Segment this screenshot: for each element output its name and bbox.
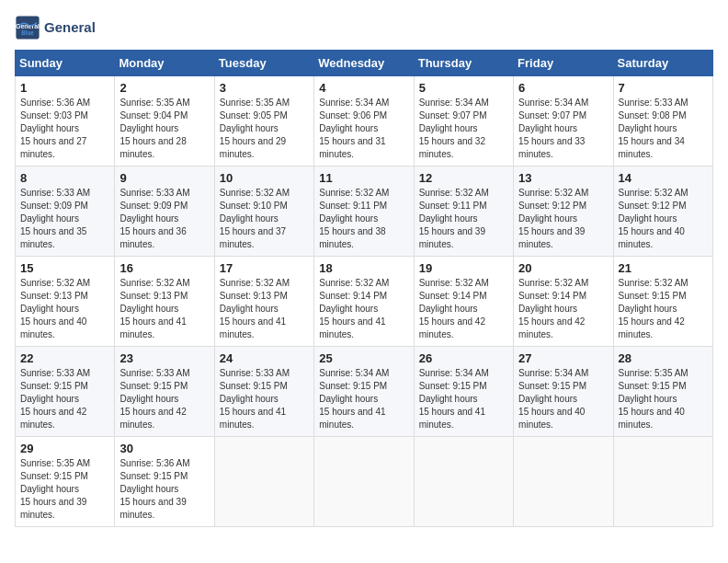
day-info: Sunrise: 5:35 AMSunset: 9:15 PMDaylight … xyxy=(20,457,109,522)
calendar-cell: 18Sunrise: 5:32 AMSunset: 9:14 PMDayligh… xyxy=(314,257,414,347)
day-header-sunday: Sunday xyxy=(16,51,115,76)
day-info: Sunrise: 5:36 AMSunset: 9:03 PMDaylight … xyxy=(20,97,109,161)
day-number: 7 xyxy=(619,81,708,95)
calendar-cell: 25Sunrise: 5:34 AMSunset: 9:15 PMDayligh… xyxy=(314,347,414,437)
day-number: 30 xyxy=(119,442,209,455)
day-number: 18 xyxy=(319,261,408,275)
calendar-cell: 22Sunrise: 5:33 AMSunset: 9:15 PMDayligh… xyxy=(16,347,115,437)
day-info: Sunrise: 5:32 AMSunset: 9:12 PMDaylight … xyxy=(619,187,708,251)
svg-text:Blue: Blue xyxy=(21,29,34,36)
day-info: Sunrise: 5:34 AMSunset: 9:07 PMDaylight … xyxy=(419,97,508,161)
day-header-friday: Friday xyxy=(514,51,613,76)
day-info: Sunrise: 5:35 AMSunset: 9:15 PMDaylight … xyxy=(619,367,708,431)
day-info: Sunrise: 5:32 AMSunset: 9:15 PMDaylight … xyxy=(619,277,708,341)
day-number: 17 xyxy=(220,261,309,275)
day-info: Sunrise: 5:34 AMSunset: 9:07 PMDaylight … xyxy=(518,97,608,161)
day-number: 1 xyxy=(20,81,109,95)
day-number: 16 xyxy=(119,261,209,275)
day-number: 29 xyxy=(20,442,109,455)
calendar-cell: 19Sunrise: 5:32 AMSunset: 9:14 PMDayligh… xyxy=(414,257,513,347)
day-number: 8 xyxy=(20,171,109,185)
day-info: Sunrise: 5:36 AMSunset: 9:15 PMDaylight … xyxy=(119,457,209,522)
day-number: 10 xyxy=(220,171,309,185)
calendar-week-1: 1Sunrise: 5:36 AMSunset: 9:03 PMDaylight… xyxy=(16,76,713,167)
calendar-cell: 29Sunrise: 5:35 AMSunset: 9:15 PMDayligh… xyxy=(16,437,115,527)
calendar-cell: 2Sunrise: 5:35 AMSunset: 9:04 PMDaylight… xyxy=(115,76,214,167)
day-info: Sunrise: 5:33 AMSunset: 9:15 PMDaylight … xyxy=(119,367,209,431)
day-number: 28 xyxy=(619,351,708,365)
day-number: 21 xyxy=(619,261,708,275)
day-number: 23 xyxy=(119,351,209,365)
calendar-cell: 17Sunrise: 5:32 AMSunset: 9:13 PMDayligh… xyxy=(214,257,313,347)
day-info: Sunrise: 5:32 AMSunset: 9:11 PMDaylight … xyxy=(319,187,408,251)
calendar-body: 1Sunrise: 5:36 AMSunset: 9:03 PMDaylight… xyxy=(16,76,713,527)
day-number: 6 xyxy=(518,81,608,95)
calendar-cell: 4Sunrise: 5:34 AMSunset: 9:06 PMDaylight… xyxy=(314,76,414,167)
day-info: Sunrise: 5:34 AMSunset: 9:15 PMDaylight … xyxy=(518,367,608,431)
calendar-cell: 7Sunrise: 5:33 AMSunset: 9:08 PMDaylight… xyxy=(613,76,712,167)
calendar-cell: 8Sunrise: 5:33 AMSunset: 9:09 PMDaylight… xyxy=(16,167,115,257)
day-header-monday: Monday xyxy=(115,51,214,76)
calendar-cell: 30Sunrise: 5:36 AMSunset: 9:15 PMDayligh… xyxy=(115,437,214,527)
day-number: 26 xyxy=(419,351,508,365)
calendar-cell: 11Sunrise: 5:32 AMSunset: 9:11 PMDayligh… xyxy=(314,167,414,257)
day-header-wednesday: Wednesday xyxy=(314,51,414,76)
day-number: 9 xyxy=(119,171,209,185)
calendar-week-2: 8Sunrise: 5:33 AMSunset: 9:09 PMDaylight… xyxy=(16,167,713,257)
day-header-thursday: Thursday xyxy=(414,51,513,76)
day-number: 4 xyxy=(319,81,408,95)
day-number: 27 xyxy=(518,351,608,365)
day-info: Sunrise: 5:33 AMSunset: 9:15 PMDaylight … xyxy=(20,367,109,431)
calendar-cell: 23Sunrise: 5:33 AMSunset: 9:15 PMDayligh… xyxy=(115,347,214,437)
day-info: Sunrise: 5:34 AMSunset: 9:15 PMDaylight … xyxy=(319,367,408,431)
day-info: Sunrise: 5:33 AMSunset: 9:09 PMDaylight … xyxy=(20,187,109,251)
day-info: Sunrise: 5:33 AMSunset: 9:08 PMDaylight … xyxy=(619,97,708,161)
calendar-cell xyxy=(214,437,313,527)
day-info: Sunrise: 5:33 AMSunset: 9:09 PMDaylight … xyxy=(119,187,209,251)
calendar-week-3: 15Sunrise: 5:32 AMSunset: 9:13 PMDayligh… xyxy=(16,257,713,347)
logo: General Blue General xyxy=(15,15,96,40)
calendar-cell: 27Sunrise: 5:34 AMSunset: 9:15 PMDayligh… xyxy=(514,347,613,437)
calendar-cell: 10Sunrise: 5:32 AMSunset: 9:10 PMDayligh… xyxy=(214,167,313,257)
calendar-cell: 12Sunrise: 5:32 AMSunset: 9:11 PMDayligh… xyxy=(414,167,513,257)
calendar-cell: 5Sunrise: 5:34 AMSunset: 9:07 PMDaylight… xyxy=(414,76,513,167)
day-info: Sunrise: 5:32 AMSunset: 9:13 PMDaylight … xyxy=(119,277,209,341)
calendar-cell xyxy=(514,437,613,527)
calendar-cell: 3Sunrise: 5:35 AMSunset: 9:05 PMDaylight… xyxy=(214,76,313,167)
day-info: Sunrise: 5:32 AMSunset: 9:13 PMDaylight … xyxy=(220,277,309,341)
calendar-cell: 15Sunrise: 5:32 AMSunset: 9:13 PMDayligh… xyxy=(16,257,115,347)
day-number: 25 xyxy=(319,351,408,365)
calendar-cell: 16Sunrise: 5:32 AMSunset: 9:13 PMDayligh… xyxy=(115,257,214,347)
calendar-cell: 6Sunrise: 5:34 AMSunset: 9:07 PMDaylight… xyxy=(514,76,613,167)
day-info: Sunrise: 5:32 AMSunset: 9:14 PMDaylight … xyxy=(319,277,408,341)
day-number: 19 xyxy=(419,261,508,275)
day-number: 15 xyxy=(20,261,109,275)
day-number: 22 xyxy=(20,351,109,365)
page-header: General Blue General xyxy=(15,15,713,40)
day-info: Sunrise: 5:32 AMSunset: 9:13 PMDaylight … xyxy=(20,277,109,341)
calendar-cell: 1Sunrise: 5:36 AMSunset: 9:03 PMDaylight… xyxy=(16,76,115,167)
calendar-table: SundayMondayTuesdayWednesdayThursdayFrid… xyxy=(15,50,713,527)
day-number: 5 xyxy=(419,81,508,95)
calendar-cell: 14Sunrise: 5:32 AMSunset: 9:12 PMDayligh… xyxy=(613,167,712,257)
calendar-week-4: 22Sunrise: 5:33 AMSunset: 9:15 PMDayligh… xyxy=(16,347,713,437)
day-number: 2 xyxy=(119,81,209,95)
day-info: Sunrise: 5:32 AMSunset: 9:14 PMDaylight … xyxy=(518,277,608,341)
day-number: 12 xyxy=(419,171,508,185)
calendar-cell xyxy=(613,437,712,527)
day-number: 20 xyxy=(518,261,608,275)
day-info: Sunrise: 5:32 AMSunset: 9:10 PMDaylight … xyxy=(220,187,309,251)
day-number: 3 xyxy=(220,81,309,95)
calendar-header-row: SundayMondayTuesdayWednesdayThursdayFrid… xyxy=(16,51,713,76)
day-header-tuesday: Tuesday xyxy=(214,51,313,76)
calendar-cell xyxy=(314,437,414,527)
day-info: Sunrise: 5:35 AMSunset: 9:05 PMDaylight … xyxy=(220,97,309,161)
calendar-week-5: 29Sunrise: 5:35 AMSunset: 9:15 PMDayligh… xyxy=(16,437,713,527)
calendar-cell: 13Sunrise: 5:32 AMSunset: 9:12 PMDayligh… xyxy=(514,167,613,257)
calendar-cell: 28Sunrise: 5:35 AMSunset: 9:15 PMDayligh… xyxy=(613,347,712,437)
logo-text: General xyxy=(44,20,96,36)
day-info: Sunrise: 5:32 AMSunset: 9:11 PMDaylight … xyxy=(419,187,508,251)
calendar-cell: 26Sunrise: 5:34 AMSunset: 9:15 PMDayligh… xyxy=(414,347,513,437)
day-info: Sunrise: 5:32 AMSunset: 9:14 PMDaylight … xyxy=(419,277,508,341)
calendar-cell: 9Sunrise: 5:33 AMSunset: 9:09 PMDaylight… xyxy=(115,167,214,257)
